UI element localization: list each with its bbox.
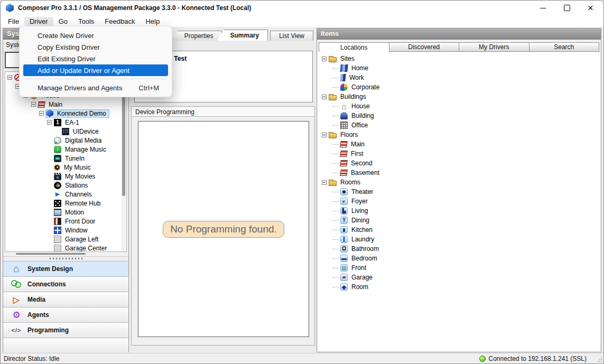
system-tree-item-digital-media[interactable]: Digital Media — [5, 136, 126, 145]
system-tree-item-my-music[interactable]: My Music — [5, 163, 126, 172]
system-tree-item-my-movies[interactable]: My Movies — [5, 172, 126, 181]
items-tree-item-foyer[interactable]: Foyer — [321, 197, 600, 206]
items-tree-item-house[interactable]: House — [321, 101, 600, 111]
items-tree-item-office[interactable]: Office — [321, 120, 600, 130]
system-tree-item-konnected-demo[interactable]: Konnected Demo — [5, 109, 126, 118]
items-tree-item-work[interactable]: Work — [321, 73, 600, 82]
items-tree-item-corporate[interactable]: Corporate — [321, 82, 600, 92]
system-tree-item-main[interactable]: Main — [5, 100, 126, 109]
menubar-item-go[interactable]: Go — [53, 17, 73, 26]
garage-door-icon — [54, 245, 61, 252]
room-generic-icon — [340, 283, 348, 291]
items-tree-item-garage[interactable]: Garage — [321, 273, 600, 282]
items-tab-my-drivers[interactable]: My Drivers — [459, 42, 529, 52]
expand-toggle[interactable] — [31, 102, 36, 107]
system-tree-item-remote-hub[interactable]: Remote Hub — [5, 199, 126, 208]
tree-item-label: Work — [348, 74, 365, 81]
menu-item-copy-existing-driver[interactable]: Copy Existing Driver — [20, 41, 172, 53]
system-tree-item-window[interactable]: Window — [5, 226, 126, 235]
items-tab-search[interactable]: Search — [529, 42, 600, 52]
items-tree-item-bathroom[interactable]: Bathroom — [321, 244, 600, 254]
panel-splitter[interactable] — [3, 256, 128, 260]
items-tree-item-dining[interactable]: Dining — [321, 216, 600, 225]
tree-item-label: Foyer — [350, 198, 369, 205]
nav-connections-button[interactable]: Connections — [3, 276, 128, 292]
window-icon — [54, 227, 61, 234]
window-controls — [531, 1, 602, 15]
motion-icon — [54, 209, 61, 216]
system-tree-item-ea-1[interactable]: EA-1 — [5, 118, 126, 127]
items-tree-item-home[interactable]: Home — [321, 63, 600, 73]
system-tree-item-tunein[interactable]: TuneIn — [5, 154, 126, 163]
nav-button-label: Connections — [27, 281, 66, 288]
app-window: Composer Pro 3.3.1 / OS Management Packa… — [0, 0, 604, 364]
items-tab-discovered[interactable]: Discovered — [389, 42, 460, 52]
items-tree-item-kitchen[interactable]: Kitchen — [321, 225, 600, 235]
minimize-button[interactable] — [531, 1, 555, 15]
items-tree-item-laundry[interactable]: Laundry — [321, 235, 600, 244]
room-front-icon — [340, 264, 348, 272]
floor-icon — [38, 101, 45, 108]
system-tree-item-channels[interactable]: Channels — [5, 190, 126, 199]
items-tree-item-sites[interactable]: Sites — [321, 54, 600, 63]
items-tree-item-first[interactable]: First — [321, 149, 600, 158]
menubar-item-driver[interactable]: Driver — [24, 17, 53, 26]
nav-media-button[interactable]: Media — [3, 292, 128, 307]
system-tree-item-uidevice[interactable]: UIDevice — [5, 127, 126, 136]
tree-item-label: Laundry — [350, 236, 375, 243]
tree-item-label: First — [350, 150, 364, 157]
expand-toggle[interactable] — [322, 180, 327, 185]
items-tree-item-bedroom[interactable]: Bedroom — [321, 254, 600, 263]
menubar-item-feedback[interactable]: Feedback — [99, 17, 140, 26]
nav-agents-button[interactable]: Agents — [3, 307, 128, 322]
menubar-item-tools[interactable]: Tools — [73, 17, 99, 26]
tab-summary[interactable]: Summary — [217, 30, 268, 41]
items-tab-locations[interactable]: Locations — [319, 42, 389, 52]
system-tree-item-garage-left[interactable]: Garage Left — [5, 235, 126, 244]
maximize-button[interactable] — [555, 1, 579, 15]
tab-list-view[interactable]: List View — [270, 31, 313, 41]
items-tree-item-second[interactable]: Second — [321, 158, 600, 168]
items-tree-item-main[interactable]: Main — [321, 139, 600, 149]
items-tree-item-rooms[interactable]: Rooms — [321, 178, 600, 187]
close-button[interactable] — [579, 1, 602, 15]
menubar-item-file[interactable]: File — [3, 17, 24, 26]
scrollbar-thumb[interactable] — [122, 96, 125, 196]
expand-toggle[interactable] — [47, 120, 52, 125]
system-tree-item-stations[interactable]: Stations — [5, 181, 126, 190]
menubar-item-help[interactable]: Help — [140, 17, 165, 26]
items-tree-item-floors[interactable]: Floors — [321, 130, 600, 139]
items-tree-item-building[interactable]: Building — [321, 111, 600, 120]
expand-toggle[interactable] — [322, 57, 327, 61]
items-tree-item-room[interactable]: Room — [321, 282, 600, 292]
tree-item-label: Building — [350, 112, 375, 119]
system-tree-item-garage-center[interactable]: Garage Center — [5, 244, 126, 252]
horizontal-scrollbar[interactable] — [6, 253, 124, 255]
menu-item-add-or-update-driver-or-agent[interactable]: Add or Update Driver or Agent — [23, 64, 168, 76]
expand-toggle[interactable] — [7, 75, 12, 80]
items-tree-item-basement[interactable]: Basement — [321, 168, 600, 178]
expand-toggle[interactable] — [39, 111, 44, 116]
tab-properties[interactable]: Properties — [171, 31, 222, 41]
vertical-scrollbar[interactable] — [122, 72, 126, 251]
menu-item-create-new-driver[interactable]: Create New Driver — [20, 30, 172, 41]
movies-icon — [54, 173, 61, 180]
no-programming-message: No Programming found. — [163, 221, 284, 238]
tree-item-label: Garage — [350, 274, 374, 281]
system-tree-item-front-door[interactable]: Front Door — [5, 217, 126, 226]
nav-system-design-button[interactable]: System Design — [3, 261, 128, 276]
items-tree-item-theater[interactable]: Theater — [321, 187, 600, 197]
items-tree-item-buildings[interactable]: Buildings — [321, 92, 600, 101]
items-tree-item-living[interactable]: Living — [321, 206, 600, 216]
resize-grip-icon[interactable] — [596, 356, 602, 362]
nav-programming-button[interactable]: Programming — [3, 322, 128, 338]
items-tree-item-front[interactable]: Front — [321, 263, 600, 273]
system-tree-item-motion[interactable]: Motion — [5, 208, 126, 217]
expand-toggle[interactable] — [322, 133, 327, 137]
system-tree-item-manage-music[interactable]: Manage Music — [5, 145, 126, 154]
menu-item-edit-existing-driver[interactable]: Edit Existing Driver — [20, 53, 172, 64]
scrollbar-thumb[interactable] — [16, 253, 86, 255]
tree-item-label: Kitchen — [350, 226, 374, 234]
expand-toggle[interactable] — [322, 95, 327, 99]
menu-item-manage-drivers-and-agents[interactable]: Manage Drivers and AgentsCtrl+M — [20, 82, 172, 94]
